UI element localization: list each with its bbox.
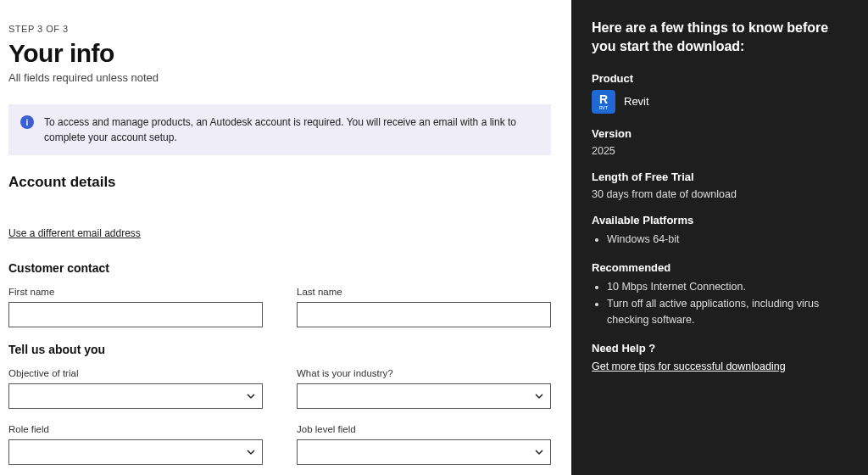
objective-label: Objective of trial xyxy=(8,368,263,378)
right-panel: Here are a few things to know before you… xyxy=(571,0,868,475)
change-email-link[interactable]: Use a different email address xyxy=(8,227,141,239)
page-title: Your info xyxy=(8,39,551,68)
last-name-input[interactable] xyxy=(297,302,551,327)
product-icon: R RVT xyxy=(592,90,615,114)
first-name-input[interactable] xyxy=(8,302,263,327)
recommended-label: Recommended xyxy=(592,261,848,274)
list-item: Windows 64-bit xyxy=(607,232,848,248)
last-name-field: Last name xyxy=(297,287,551,327)
recommended-list: 10 Mbps Internet Connection. Turn off al… xyxy=(592,279,848,328)
account-details-heading: Account details xyxy=(8,174,551,191)
about-row-2: Role field Job level field xyxy=(8,424,551,465)
name-row: First name Last name xyxy=(8,287,551,327)
list-item: Turn off all active applications, includ… xyxy=(607,296,848,328)
product-row: R RVT Revit xyxy=(592,90,848,114)
industry-field: What is your industry? xyxy=(297,368,551,409)
product-icon-sub: RVT xyxy=(599,106,608,110)
platforms-list: Windows 64-bit xyxy=(592,232,848,248)
list-item: 10 Mbps Internet Connection. xyxy=(607,279,848,295)
joblevel-field: Job level field xyxy=(297,424,551,465)
platforms-label: Available Platforms xyxy=(592,214,848,226)
objective-select[interactable] xyxy=(8,383,263,409)
industry-select[interactable] xyxy=(297,383,551,409)
step-indicator: STEP 3 OF 3 xyxy=(8,24,551,34)
sidebar-heading: Here are a few things to know before you… xyxy=(592,19,848,57)
help-label: Need Help ? xyxy=(592,342,848,355)
trial-value: 30 days from date of download xyxy=(592,188,848,200)
notice-text: To access and manage products, an Autode… xyxy=(44,115,539,145)
product-label: Product xyxy=(592,72,848,85)
joblevel-select[interactable] xyxy=(297,439,551,465)
left-panel: STEP 3 OF 3 Your info All fields require… xyxy=(0,0,571,475)
product-name: Revit xyxy=(624,95,649,108)
role-label: Role field xyxy=(8,424,263,434)
product-icon-letter: R xyxy=(599,93,608,105)
first-name-field: First name xyxy=(8,287,263,327)
about-you-heading: Tell us about you xyxy=(8,343,551,356)
last-name-label: Last name xyxy=(297,287,551,297)
role-select[interactable] xyxy=(8,439,263,465)
role-field: Role field xyxy=(8,424,263,465)
page-subtitle: All fields required unless noted xyxy=(8,71,551,84)
customer-contact-heading: Customer contact xyxy=(8,261,551,275)
joblevel-label: Job level field xyxy=(297,424,551,434)
account-email xyxy=(8,206,551,220)
version-label: Version xyxy=(592,127,848,140)
about-row-1: Objective of trial What is your industry… xyxy=(8,368,551,409)
objective-field: Objective of trial xyxy=(8,368,263,409)
version-value: 2025 xyxy=(592,145,848,157)
industry-label: What is your industry? xyxy=(297,368,551,378)
info-icon: i xyxy=(20,115,34,129)
help-link[interactable]: Get more tips for successful downloading xyxy=(592,360,786,372)
first-name-label: First name xyxy=(8,287,263,297)
trial-label: Length of Free Trial xyxy=(592,170,848,183)
notice-box: i To access and manage products, an Auto… xyxy=(8,104,551,155)
